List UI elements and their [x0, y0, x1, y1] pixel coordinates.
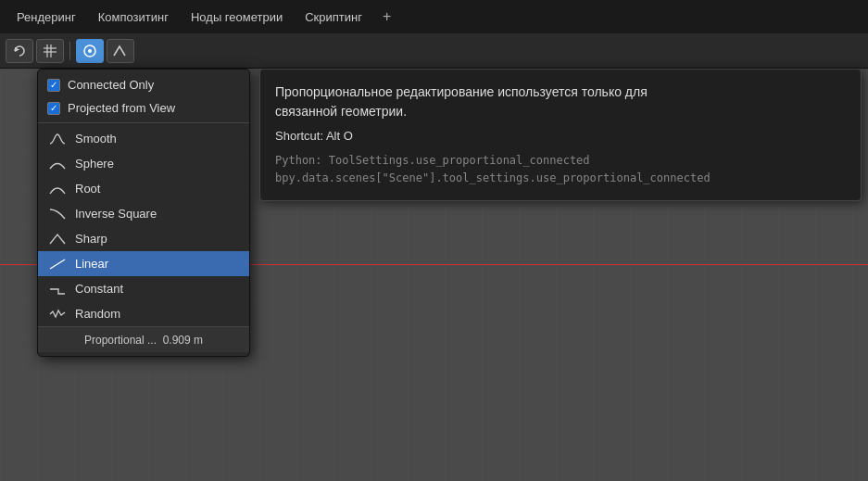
divider-1 [38, 122, 249, 123]
inverse-square-icon [49, 208, 66, 221]
menu-item-random[interactable]: Random [38, 301, 249, 326]
linear-label: Linear [75, 257, 108, 271]
root-icon [49, 183, 66, 196]
toolbar-grid-btn[interactable] [36, 39, 64, 63]
checkbox-projected-view[interactable]: Projected from View [38, 96, 249, 120]
menu-item-rendering[interactable]: Рендеринг [7, 6, 85, 28]
menu-item-geometry-nodes[interactable]: Ноды геометрии [182, 6, 292, 28]
toolbar-falloff-btn[interactable] [107, 39, 134, 63]
menu-item-sphere[interactable]: Sphere [38, 151, 249, 176]
smooth-icon [49, 133, 66, 146]
sharp-label: Sharp [75, 232, 107, 246]
tooltip-panel: Пропорциональное редактирование использу… [259, 69, 862, 201]
svg-line-7 [50, 259, 65, 269]
sharp-icon [49, 233, 66, 246]
menubar: Рендеринг Композитинг Ноды геометрии Скр… [0, 0, 868, 33]
inverse-square-label: Inverse Square [75, 207, 157, 221]
checkbox-connected-only-label: Connected Only [68, 78, 154, 92]
menu-item-inverse-square[interactable]: Inverse Square [38, 201, 249, 226]
toolbar [0, 33, 868, 69]
sphere-label: Sphere [75, 157, 114, 171]
checkbox-projected-view-box [47, 102, 60, 115]
toolbar-sep-1 [69, 42, 70, 60]
menu-item-smooth[interactable]: Smooth [38, 126, 249, 151]
menu-item-constant[interactable]: Constant [38, 276, 249, 301]
menu-item-sharp[interactable]: Sharp [38, 226, 249, 251]
constant-label: Constant [75, 282, 123, 296]
svg-point-6 [88, 49, 92, 53]
proportional-bar-value: 0.909 m [163, 334, 203, 347]
toolbar-undo-btn[interactable] [6, 39, 33, 63]
checkbox-projected-view-label: Projected from View [68, 101, 175, 115]
menu-item-scripting[interactable]: Скриптинг [296, 6, 371, 28]
linear-icon [49, 258, 66, 271]
toolbar-proportional-btn[interactable] [76, 39, 104, 63]
svg-marker-0 [15, 47, 19, 52]
tooltip-shortcut: Shortcut: Alt O [275, 129, 846, 143]
menu-item-compositing[interactable]: Композитинг [89, 6, 178, 28]
tooltip-title: Пропорциональное редактирование использу… [275, 82, 846, 121]
root-label: Root [75, 182, 100, 196]
sphere-icon [49, 158, 66, 171]
checkbox-connected-only-box [47, 79, 60, 92]
tooltip-shortcut-label: Shortcut: [275, 129, 323, 143]
constant-icon [49, 283, 66, 296]
tooltip-python: Python: ToolSettings.use_proportional_co… [275, 152, 846, 187]
menu-item-linear[interactable]: Linear [38, 251, 249, 276]
menu-item-root[interactable]: Root [38, 176, 249, 201]
smooth-label: Smooth [75, 132, 117, 146]
proportional-bar[interactable]: Proportional ... 0.909 m [38, 326, 249, 352]
proportional-bar-label: Proportional ... [84, 334, 157, 347]
random-icon [49, 308, 66, 321]
random-label: Random [75, 307, 120, 321]
dropdown-panel: Connected Only Projected from View Smoot… [37, 69, 250, 357]
checkbox-connected-only[interactable]: Connected Only [38, 73, 249, 96]
menu-add-tab[interactable]: + [375, 5, 398, 29]
tooltip-shortcut-value: Alt O [326, 129, 353, 143]
